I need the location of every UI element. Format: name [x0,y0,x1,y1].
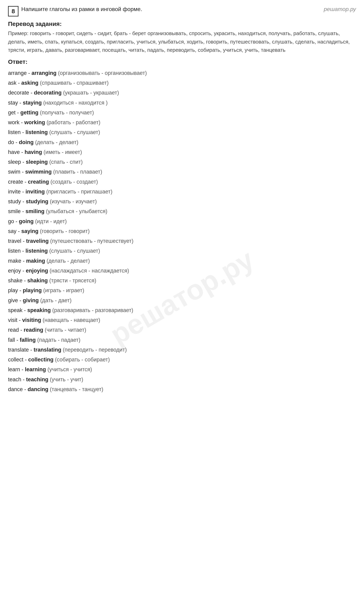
verb-base: collect - [8,357,28,363]
verb-ing: arranging [32,70,57,76]
verb-ing: speaking [27,307,51,313]
verb-ing: giving [23,297,39,304]
verb-base: study - [8,198,26,204]
verb-ing: going [19,218,34,224]
verb-ing: working [24,119,45,125]
answer-list-item: invite - inviting (пригласить - приглаша… [8,187,356,196]
verb-ing: learning [25,366,46,372]
verb-base: shake - [8,277,27,284]
verb-ing: saying [21,228,39,234]
verb-ing: decorating [34,90,62,96]
verb-translation: (переводить - переводит) [61,347,127,353]
answer-list-item: listen - listening (слушать - слушает) [8,246,356,256]
answer-list-item: get - getting (получать - получает) [8,108,356,117]
verb-translation: (получать - получает) [39,110,94,115]
verb-ing: swimming [25,169,52,175]
verb-ing: falling [20,337,36,343]
verb-base: make - [8,258,26,264]
verb-base: decorate - [8,90,34,96]
verb-base: have - [8,149,25,155]
verb-base: sleep - [8,159,26,165]
answer-list-item: make - making (делать - делает) [8,256,356,266]
verb-base: visit - [8,317,22,323]
verb-translation: (делать - делает) [45,258,90,264]
verb-translation: (падать - падает) [36,337,81,343]
verb-ing: having [25,149,42,155]
verb-translation: (создать - создает) [49,179,98,185]
answer-list-item: teach - teaching (учить - учит) [8,375,356,384]
verb-base: get - [8,110,20,115]
answer-list-item: travel - traveling (путешествовать - пут… [8,236,356,246]
verb-base: dance - [8,386,28,392]
answer-list-item: smile - smiling (улыбаться - улыбается) [8,207,356,216]
verb-base: fall - [8,337,20,343]
verb-base: speak - [8,307,27,313]
verb-ing: playing [23,287,42,293]
verb-translation: (читать - читает) [43,327,86,333]
answer-list-item: swim - swimming (плавить - плавает) [8,167,356,177]
task-title: Напишите глаголы из рамки в инговой форм… [21,6,142,13]
answer-list-item: have - having (иметь - имеет) [8,148,356,157]
verb-ing: teaching [26,377,48,383]
verb-translation: (танцевать - танцует) [48,386,103,392]
verb-base: ask - [8,80,21,86]
site-watermark: решатор.ру [324,6,356,13]
verb-ing: listening [26,248,48,254]
header-left: 8 Напишите глаголы из рамки в инговой фо… [8,6,142,16]
verb-base: say - [8,228,21,234]
answer-list-item: visit - visiting (навещать - навещает) [8,316,356,325]
verb-translation: (спать - спит) [48,159,83,165]
verb-ing: getting [20,110,39,115]
verb-base: give - [8,297,23,304]
verb-base: play - [8,287,23,293]
verb-base: go - [8,218,19,224]
translation-title: Перевод задания: [8,20,356,27]
verb-translation: (путешествовать - путешествует) [49,238,134,244]
verb-translation: (трясти - трясется) [48,277,96,284]
verb-ing: staying [23,100,42,106]
answer-list: arrange - arranging (организовывать - ор… [8,68,356,394]
verb-base: swim - [8,169,25,175]
verb-translation: (наслаждаться - наслаждается) [48,268,129,274]
verb-translation: (играть - играет) [42,287,84,293]
verb-ing: doing [19,139,34,145]
answer-list-item: arrange - arranging (организовывать - ор… [8,68,356,78]
verb-translation: (изучать - изучает) [48,198,97,204]
header-row: 8 Напишите глаголы из рамки в инговой фо… [8,6,356,16]
verb-translation: (работать - работает) [45,119,101,125]
answer-list-item: collect - collecting (собирать - собирае… [8,355,356,364]
verb-translation: (говорить - говорит) [39,228,90,234]
verb-base: work - [8,119,24,125]
answer-list-item: enjoy - enjoying (наслаждаться - наслажд… [8,266,356,276]
answer-list-item: give - giving (дать - дает) [8,296,356,305]
verb-base: smile - [8,208,26,214]
translation-text: Пример: говорить - говорит, сидеть - сид… [8,29,356,54]
answer-list-item: go - going (идти - идет) [8,217,356,226]
verb-translation: (спрашивать - спрашивает) [39,80,109,86]
verb-translation: (делать - делает) [34,139,78,145]
verb-translation: (идти - идет) [34,218,67,224]
verb-ing: visiting [22,317,41,323]
verb-ing: traveling [26,238,49,244]
answer-list-item: do - doing (делать - делает) [8,138,356,147]
answer-list-item: shake - shaking (трясти - трясется) [8,276,356,285]
answer-title: Ответ: [8,58,356,65]
answer-list-item: stay - staying (находиться - находится ) [8,98,356,108]
answer-list-item: work - working (работать - работает) [8,118,356,127]
verb-ing: translating [34,347,61,353]
verb-translation: (слушать - слушает) [48,129,100,135]
verb-base: do - [8,139,19,145]
answer-list-item: create - creating (создать - создает) [8,177,356,187]
verb-base: teach - [8,377,26,383]
task-number: 8 [8,6,19,16]
verb-base: translate - [8,347,34,353]
verb-ing: smiling [26,208,45,214]
answer-list-item: speak - speaking (разговаривать - разгов… [8,306,356,315]
answer-list-item: play - playing (играть - играет) [8,286,356,295]
verb-translation: (плавить - плавает) [52,169,102,175]
verb-base: stay - [8,100,23,106]
verb-ing: reading [24,327,43,333]
verb-translation: (разговаривать - разговаривает) [51,307,133,313]
answer-list-item: decorate - decorating (украшать - украша… [8,88,356,98]
verb-translation: (улыбаться - улыбается) [45,208,108,214]
